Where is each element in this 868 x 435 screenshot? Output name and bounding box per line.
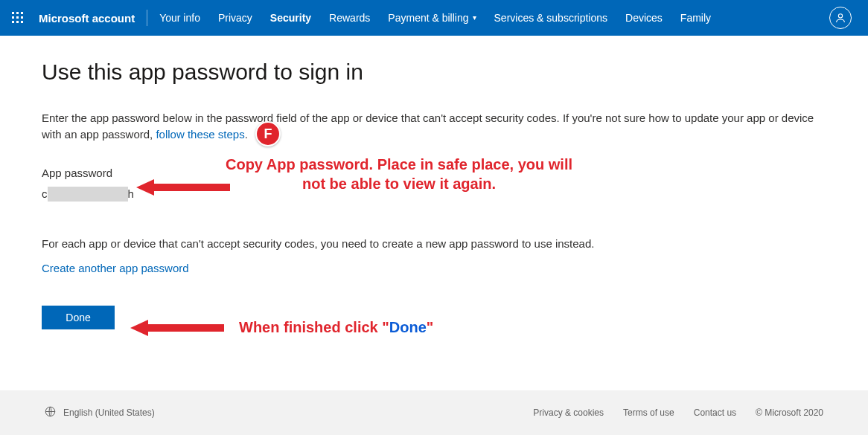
svg-rect-5 xyxy=(21,16,23,19)
anno-done-prefix: When finished click " xyxy=(239,319,389,335)
svg-rect-7 xyxy=(16,21,19,23)
follow-steps-link[interactable]: follow these steps xyxy=(156,128,244,141)
brand-title[interactable]: Microsoft account xyxy=(36,12,145,25)
per-app-note: For each app or device that can't accept… xyxy=(42,237,826,250)
nav-payment-label: Payment & billing xyxy=(388,0,468,36)
annotation-done-text: When finished click "Done" xyxy=(239,318,433,337)
svg-rect-0 xyxy=(12,12,14,14)
anno-done-suffix: " xyxy=(427,319,433,335)
nav-divider xyxy=(147,10,147,26)
annotation-badge-f: F xyxy=(255,121,281,146)
pwd-suffix: h xyxy=(128,187,134,200)
svg-rect-2 xyxy=(21,12,23,14)
page-title: Use this app password to sign in xyxy=(42,59,826,85)
nav-services[interactable]: Services & subscriptions xyxy=(485,0,617,36)
footer-contact[interactable]: Contact us xyxy=(694,407,736,418)
primary-nav: Your info Privacy Security Rewards Payme… xyxy=(150,0,720,36)
svg-rect-8 xyxy=(21,21,23,23)
create-another-link[interactable]: Create another app password xyxy=(42,262,189,274)
globe-icon xyxy=(45,406,56,419)
anno-copy-line1: Copy App password. Place in safe place, … xyxy=(226,156,572,173)
intro-dot: . xyxy=(245,128,248,141)
annotation-arrow-done xyxy=(130,318,227,341)
nav-privacy[interactable]: Privacy xyxy=(209,0,261,36)
nav-rewards[interactable]: Rewards xyxy=(320,0,379,36)
footer-terms[interactable]: Terms of use xyxy=(623,407,674,418)
svg-rect-3 xyxy=(12,16,14,19)
account-avatar[interactable] xyxy=(829,7,852,29)
anno-done-word: Done xyxy=(389,319,427,335)
svg-rect-1 xyxy=(16,12,19,14)
anno-copy-line2: not be able to view it again. xyxy=(302,175,496,192)
footer: English (United States) Privacy & cookie… xyxy=(0,390,868,435)
svg-point-9 xyxy=(838,14,842,18)
app-launcher-icon[interactable] xyxy=(0,0,36,36)
nav-family[interactable]: Family xyxy=(671,0,720,36)
intro-paragraph: Enter the app password below in the pass… xyxy=(42,110,820,143)
chevron-down-icon: ▾ xyxy=(473,0,476,36)
annotation-copy-text: Copy App password. Place in safe place, … xyxy=(194,155,604,193)
nav-your-info[interactable]: Your info xyxy=(150,0,209,36)
footer-privacy[interactable]: Privacy & cookies xyxy=(533,407,604,418)
svg-rect-4 xyxy=(16,16,19,19)
done-button[interactable]: Done xyxy=(42,306,115,329)
svg-rect-6 xyxy=(12,21,14,23)
nav-payment[interactable]: Payment & billing ▾ xyxy=(379,0,485,36)
nav-security[interactable]: Security xyxy=(261,0,320,36)
footer-copyright: © Microsoft 2020 xyxy=(756,407,823,418)
svg-marker-11 xyxy=(130,320,224,336)
pwd-redacted xyxy=(48,187,128,202)
footer-language[interactable]: English (United States) xyxy=(63,407,155,418)
top-navbar: Microsoft account Your info Privacy Secu… xyxy=(0,0,868,36)
pwd-prefix: c xyxy=(42,187,48,200)
nav-devices[interactable]: Devices xyxy=(616,0,671,36)
